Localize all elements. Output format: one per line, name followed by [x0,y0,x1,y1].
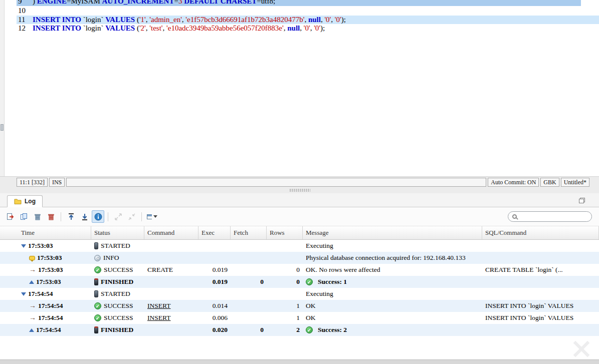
log-exec: 0.019 [198,278,231,286]
editor-status-bar: 11:1 [332] INS Auto Commit: ON GBK Untit… [0,176,599,187]
column-header-command[interactable]: Command [144,226,198,239]
column-header-sql[interactable]: SQL/Command [482,226,599,239]
log-status: SUCCESS [104,266,133,274]
splitter-handle-icon[interactable] [289,189,310,192]
code-line-12[interactable]: 12 INSERT INTO `login` VALUES ('2', 'tes… [17,24,599,33]
log-command: INSERT [144,302,198,310]
log-message: OK. No rows were affected [303,266,482,274]
log-row[interactable]: 17:53:03 SUCCESS CREATE 0.019 0 OK. No r… [0,264,599,276]
log-row[interactable]: 17:53:03 FINISHED 0.019 0 0 Success: 1 [0,276,599,288]
toggle-info-button[interactable] [92,210,104,223]
column-header-time[interactable]: Time [18,226,91,239]
collapse-all-button[interactable] [125,210,138,223]
export-log-button[interactable] [4,210,17,223]
expand-all-button[interactable] [112,210,124,223]
log-status-cell: FINISHED [91,278,144,286]
group-end-icon[interactable] [29,280,34,284]
finished-status-icon [94,278,98,285]
restore-pane-icon[interactable] [579,198,585,203]
statement-arrow-icon [29,302,36,310]
code-line-9[interactable]: 9 ) ENGINE=MyISAM AUTO_INCREMENT=3 DEFAU… [17,0,581,6]
sql-editor[interactable]: 9 ) ENGINE=MyISAM AUTO_INCREMENT=3 DEFAU… [5,0,599,176]
started-status-icon [94,290,98,297]
code-line-11[interactable]: 11 INSERT INTO `login` VALUES ('1', 'adm… [17,16,599,25]
collapse-group-icon[interactable] [21,244,26,248]
log-time: 17:54:54 [38,302,63,310]
column-header-fetch[interactable]: Fetch [231,226,267,239]
encoding-indicator: GBK [540,178,559,187]
view-options-button[interactable] [145,210,158,223]
log-fetch: 0 [231,278,267,286]
folder-icon [14,198,22,204]
log-rows-count: 0 [267,278,303,286]
log-fetch: 0 [231,326,267,334]
log-time-cell: 17:53:03 [18,266,91,274]
column-header-status[interactable]: Status [91,226,144,239]
group-end-icon[interactable] [29,328,34,332]
code-text: ) ENGINE=MyISAM AUTO_INCREMENT=3 DEFAULT… [28,0,275,6]
log-panel: Log Time Status Co [0,193,599,359]
log-status-cell: FINISHED [91,326,144,334]
success-status-icon [94,302,101,309]
code-line-10[interactable]: 10 [17,7,599,16]
column-header-exec[interactable]: Exec [198,226,231,239]
scroll-to-bottom-button[interactable] [78,210,91,223]
auto-commit-indicator[interactable]: Auto Commit: ON [488,178,539,187]
success-status-icon [94,266,101,273]
log-time: 17:53:03 [36,278,61,286]
log-message: Executing [303,242,482,250]
remove-entry-button[interactable] [31,210,44,223]
log-exec: 0.006 [198,314,231,322]
sql-editor-pane: 9 ) ENGINE=MyISAM AUTO_INCREMENT=3 DEFAU… [0,0,599,176]
log-rows-count: 2 [267,326,303,334]
log-exec: 0.014 [198,302,231,310]
command-link[interactable]: INSERT [147,314,170,321]
log-row[interactable]: 17:54:54 STARTED Executing [0,288,599,300]
log-search-box[interactable] [508,211,592,222]
scroll-to-top-button[interactable] [65,210,77,223]
column-header-message[interactable]: Message [303,226,482,239]
log-command: INSERT [144,314,198,322]
log-status: FINISHED [101,326,133,334]
line-number: 11 [17,16,28,25]
log-row[interactable]: 17:53:03 INFO Physical database connecti… [0,252,599,264]
log-row[interactable]: 17:54:54 SUCCESS INSERT 0.006 1 OK INSER… [0,312,599,324]
command-link[interactable]: INSERT [147,302,170,309]
pane-splitter[interactable] [0,187,599,193]
log-row[interactable]: 17:53:03 STARTED Executing [0,240,599,252]
toolbar-separator [61,212,61,221]
log-time: 17:54:54 [36,326,61,334]
column-header-rows[interactable]: Rows [267,226,303,239]
insert-mode-indicator: INS [49,178,65,187]
log-rows-count: 0 [267,266,303,274]
log-status: FINISHED [101,278,133,286]
editor-overview-strip[interactable] [0,0,5,176]
log-status-cell: SUCCESS [91,302,144,310]
log-search-input[interactable] [519,212,597,221]
status-message [66,178,486,187]
log-time-cell: 17:54:54 [18,290,91,298]
log-exec: 0.020 [198,326,231,334]
success-message-icon [306,326,313,333]
log-tab-bar: Log [0,193,599,207]
log-status-cell: SUCCESS [91,266,144,274]
log-time-cell: 17:54:54 [18,302,91,310]
log-status-cell: STARTED [91,242,144,250]
log-status: SUCCESS [104,302,133,310]
log-status-cell: SUCCESS [91,314,144,322]
collapse-group-icon[interactable] [21,292,26,296]
log-message: Executing [303,290,482,298]
info-status-icon [94,255,101,261]
tab-log[interactable]: Log [7,195,43,207]
log-row[interactable]: 17:54:54 SUCCESS INSERT 0.014 1 OK INSER… [0,300,599,312]
statement-arrow-icon [29,314,36,322]
log-row[interactable]: 17:54:54 FINISHED 0.020 0 2 Success: 2 [0,324,599,336]
log-status-cell: STARTED [91,290,144,298]
log-status: SUCCESS [104,314,133,322]
copy-log-button[interactable] [18,210,30,223]
overview-marker[interactable] [1,124,4,131]
success-message-icon [306,278,313,285]
log-time-cell: 17:54:54 [18,314,91,322]
clear-log-button[interactable] [45,210,57,223]
code-text [28,7,33,16]
